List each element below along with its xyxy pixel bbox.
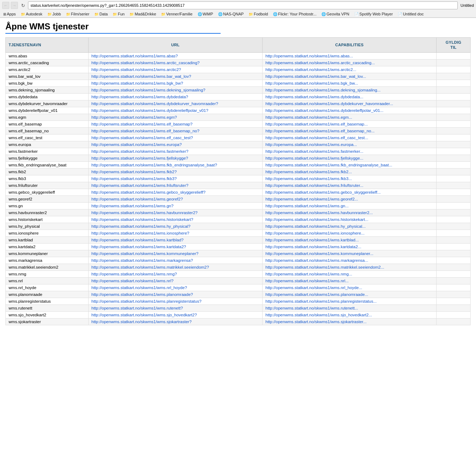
bookmark-spotify[interactable]: 📄 Spotify Web Player xyxy=(353,11,394,16)
cell-url[interactable]: http://openwms.statkart.no/skwms1/wms.gn… xyxy=(88,202,262,209)
bookmark-data[interactable]: 📁 Data xyxy=(93,11,109,16)
bookmark-geovita[interactable]: 🌐 Geovita VPN xyxy=(320,11,350,16)
cell-url[interactable]: http://openwms.statkart.no/skwms1/wms.fk… xyxy=(88,175,262,182)
cell-url[interactable]: http://openwms.statkart.no/skwms1/wms.dy… xyxy=(88,100,262,107)
cell-url[interactable]: http://openwms.statkart.no/skwms1/wms.fk… xyxy=(88,161,262,168)
cell-capabilities[interactable]: http://openwms.statkart.no/skwms1/wms.fr… xyxy=(263,182,437,189)
cell-capabilities[interactable]: http://openwms.statkart.no/skwms1/wms.ha… xyxy=(263,209,437,216)
cell-url[interactable]: http://openwms.statkart.no/skwms1/wms.nr… xyxy=(88,284,262,291)
cell-capabilities[interactable]: http://openwms.statkart.no/skwms1/wms.dy… xyxy=(263,100,437,107)
cell-url[interactable]: http://openwms.statkart.no/skwms1/wms.fk… xyxy=(88,168,262,175)
cell-url[interactable]: http://openwms.statkart.no/skwms1/wms.io… xyxy=(88,230,262,236)
cell-capabilities[interactable]: http://openwms.statkart.no/skwms1/wms.sj… xyxy=(263,318,437,325)
cell-capabilities[interactable]: http://openwms.statkart.no/skwms1/wms.fk… xyxy=(263,168,437,175)
cell-url[interactable]: http://openwms.statkart.no/skwms1/wms.ab… xyxy=(88,52,262,59)
cell-capabilities[interactable]: http://openwms.statkart.no/skwms1/wms.el… xyxy=(263,127,437,134)
cell-capabilities[interactable]: http://openwms.statkart.no/skwms1/wms.fj… xyxy=(263,155,437,161)
cell-capabilities[interactable]: http://openwms.statkart.no/skwms1/wms.ba… xyxy=(263,73,437,80)
cell-capabilities[interactable]: http://openwms.statkart.no/skwms1/wms.nm… xyxy=(263,270,437,277)
cell-url[interactable]: http://openwms.statkart.no/skwms1/wms.ha… xyxy=(88,209,262,216)
cell-capabilities[interactable]: http://openwms.statkart.no/skwms1/wms.de… xyxy=(263,86,437,93)
cell-capabilities[interactable]: http://openwms.statkart.no/skwms1/wms.bg… xyxy=(263,80,437,86)
bookmark-wimp[interactable]: 🌐 WiMP xyxy=(197,11,214,16)
cell-capabilities[interactable]: http://openwms.statkart.no/skwms1/wms.fk… xyxy=(263,175,437,182)
cell-capabilities[interactable]: http://openwms.statkart.no/skwms1/wms.pl… xyxy=(263,298,437,305)
cell-capabilities[interactable]: http://openwms.statkart.no/skwms1/wms.ru… xyxy=(263,305,437,311)
cell-url[interactable]: http://openwms.statkart.no/skwms1/wms.bg… xyxy=(88,80,262,86)
cell-capabilities[interactable]: http://openwms.statkart.no/skwms1/wms.el… xyxy=(263,134,437,141)
cell-capabilities[interactable]: http://openwms.statkart.no/skwms1/wms.ko… xyxy=(263,250,437,257)
cell-capabilities[interactable]: http://openwms.statkart.no/skwms1/wms.eg… xyxy=(263,114,437,121)
cell-url[interactable]: http://openwms.statkart.no/skwms1/wms.pl… xyxy=(88,291,262,298)
cell-capabilities[interactable]: http://openwms.statkart.no/skwms1/wms.fk… xyxy=(263,161,437,168)
cell-url[interactable]: http://openwms.statkart.no/skwms1/wms.fr… xyxy=(88,182,262,189)
cell-capabilities[interactable]: http://openwms.statkart.no/skwms1/wms.hy… xyxy=(263,223,437,230)
cell-capabilities[interactable]: http://openwms.statkart.no/skwms1/wms.ma… xyxy=(263,264,437,270)
cell-url[interactable]: http://openwms.statkart.no/skwms1/wms.eu… xyxy=(88,141,262,148)
cell-service-name: wms.sjokartraster xyxy=(6,318,89,325)
cell-url[interactable]: http://openwms.statkart.no/skwms1/wms.ba… xyxy=(88,73,262,80)
bookmark-jobb[interactable]: 📁 Jobb xyxy=(46,11,62,16)
bookmark-apps[interactable]: ⊞ Apps xyxy=(2,11,17,16)
cell-url[interactable]: http://openwms.statkart.no/skwms1/wms.fj… xyxy=(88,155,262,161)
cell-capabilities[interactable]: http://openwms.statkart.no/skwms1/wms.ab… xyxy=(263,52,437,59)
cell-url[interactable]: http://openwms.statkart.no/skwms1/wms.nm… xyxy=(88,270,262,277)
cell-capabilities[interactable]: http://openwms.statkart.no/skwms1/wms.el… xyxy=(263,121,437,127)
cell-url[interactable]: http://openwms.statkart.no/skwms1/wms.ar… xyxy=(88,59,262,66)
bookmark-fodbold[interactable]: 📁 Fodbold xyxy=(248,11,269,16)
cell-capabilities[interactable]: http://openwms.statkart.no/skwms1/wms.dy… xyxy=(263,93,437,100)
cell-url[interactable]: http://openwms.statkart.no/skwms1/wms.nr… xyxy=(88,277,262,284)
cell-url[interactable]: http://openwms.statkart.no/skwms1/wms.hy… xyxy=(88,223,262,230)
address-bar[interactable] xyxy=(28,1,458,9)
cell-url[interactable]: http://openwms.statkart.no/skwms1/wms.fa… xyxy=(88,148,262,155)
cell-url[interactable]: http://openwms.statkart.no/skwms1/wms.el… xyxy=(88,121,262,127)
cell-capabilities[interactable]: http://openwms.statkart.no/skwms1/wms.pl… xyxy=(263,291,437,298)
cell-url[interactable]: http://openwms.statkart.no/skwms1/wms.el… xyxy=(88,127,262,134)
cell-url[interactable]: http://openwms.statkart.no/skwms1/wms.ge… xyxy=(88,189,262,195)
cell-url[interactable]: http://openwms.statkart.no/skwms1/wms.ar… xyxy=(88,66,262,73)
cell-url[interactable]: http://openwms.statkart.no/skwms1/wms.de… xyxy=(88,86,262,93)
cell-capabilities[interactable]: http://openwms.statkart.no/skwms1/wms.sj… xyxy=(263,311,437,318)
cell-capabilities[interactable]: http://openwms.statkart.no/skwms1/wms.gn… xyxy=(263,202,437,209)
cell-url[interactable]: http://openwms.statkart.no/skwms1/wms.dy… xyxy=(88,93,262,100)
cell-capabilities[interactable]: http://openwms.statkart.no/skwms1/wms.dy… xyxy=(263,107,437,114)
cell-url[interactable]: http://openwms.statkart.no/skwms1/wms.sj… xyxy=(88,318,262,325)
cell-url[interactable]: http://openwms.statkart.no/skwms1/wms.ge… xyxy=(88,195,262,202)
bookmark-nasqnap[interactable]: 🌐 NAS-QNAP xyxy=(217,11,245,16)
cell-url[interactable]: http://openwms.statkart.no/skwms1/wms.pl… xyxy=(88,298,262,305)
cell-url[interactable]: http://openwms.statkart.no/skwms1/wms.dy… xyxy=(88,107,262,114)
cell-url[interactable]: http://openwms.statkart.no/skwms1/wms.ko… xyxy=(88,250,262,257)
cell-capabilities[interactable]: http://openwms.statkart.no/skwms1/wms.ka… xyxy=(263,236,437,243)
back-button[interactable]: ← xyxy=(2,2,9,9)
bookmark-autodesk[interactable]: 📁 Autodesk xyxy=(20,11,43,16)
cell-url[interactable]: http://openwms.statkart.no/skwms1/wms.sj… xyxy=(88,311,262,318)
bookmark-maddrikke[interactable]: 📁 Mad&Drikke xyxy=(128,11,157,16)
cell-url[interactable]: http://openwms.statkart.no/skwms1/wms.ka… xyxy=(88,236,262,243)
bookmark-fun[interactable]: 📁 Fun xyxy=(112,11,126,16)
cell-capabilities[interactable]: http://openwms.statkart.no/skwms1/wms.nr… xyxy=(263,277,437,284)
cell-url[interactable]: http://openwms.statkart.no/skwms1/wms.ma… xyxy=(88,264,262,270)
bookmark-vennerfamilie[interactable]: 📁 Venner/Familie xyxy=(160,11,193,16)
cell-capabilities[interactable]: http://openwms.statkart.no/skwms1/wms.io… xyxy=(263,230,437,236)
cell-url[interactable]: http://openwms.statkart.no/skwms1/wms.hi… xyxy=(88,216,262,223)
cell-capabilities[interactable]: http://openwms.statkart.no/skwms1/wms.fa… xyxy=(263,148,437,155)
cell-capabilities[interactable]: http://openwms.statkart.no/skwms1/wms.ma… xyxy=(263,257,437,264)
refresh-button[interactable]: ↻ xyxy=(19,2,27,9)
bookmark-untitled[interactable]: 📄 Untitled doc xyxy=(397,11,425,16)
bookmark-filmserier[interactable]: 📁 Film/serier xyxy=(65,11,90,16)
cell-url[interactable]: http://openwms.statkart.no/skwms1/wms.ru… xyxy=(88,305,262,311)
cell-capabilities[interactable]: http://openwms.statkart.no/skwms1/wms.eu… xyxy=(263,141,437,148)
cell-capabilities[interactable]: http://openwms.statkart.no/skwms1/wms.ka… xyxy=(263,243,437,250)
cell-url[interactable]: http://openwms.statkart.no/skwms1/wms.ma… xyxy=(88,257,262,264)
forward-button[interactable]: → xyxy=(11,2,18,9)
cell-url[interactable]: http://openwms.statkart.no/skwms1/wms.ka… xyxy=(88,243,262,250)
cell-capabilities[interactable]: http://openwms.statkart.no/skwms1/wms.ar… xyxy=(263,59,437,66)
cell-capabilities[interactable]: http://openwms.statkart.no/skwms1/wms.nr… xyxy=(263,284,437,291)
cell-capabilities[interactable]: http://openwms.statkart.no/skwms1/wms.ge… xyxy=(263,195,437,202)
cell-url[interactable]: http://openwms.statkart.no/skwms1/wms.el… xyxy=(88,134,262,141)
cell-capabilities[interactable]: http://openwms.statkart.no/skwms1/wms.ge… xyxy=(263,189,437,195)
cell-capabilities[interactable]: http://openwms.statkart.no/skwms1/wms.hi… xyxy=(263,216,437,223)
cell-capabilities[interactable]: http://openwms.statkart.no/skwms1/wms.ar… xyxy=(263,66,437,73)
bookmark-flickr[interactable]: 🌐 Flickr: Your Photostr... xyxy=(272,11,317,16)
cell-url[interactable]: http://openwms.statkart.no/skwms1/wms.eg… xyxy=(88,114,262,121)
